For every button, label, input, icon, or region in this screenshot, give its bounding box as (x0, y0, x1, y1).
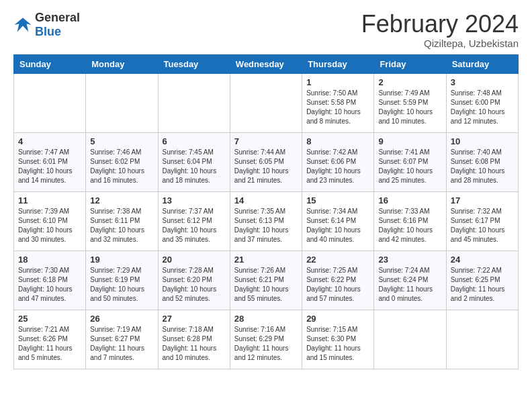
day-info: Sunrise: 7:29 AM Sunset: 6:19 PM Dayligh… (90, 266, 153, 304)
weekday-header: Monday (86, 54, 158, 73)
weekday-header: Tuesday (158, 54, 230, 73)
calendar-day-cell: 19Sunrise: 7:29 AM Sunset: 6:19 PM Dayli… (86, 250, 158, 310)
calendar-day-cell: 5Sunrise: 7:46 AM Sunset: 6:02 PM Daylig… (86, 132, 158, 191)
calendar-week-row: 11Sunrise: 7:39 AM Sunset: 6:10 PM Dayli… (14, 191, 519, 250)
calendar-day-cell: 12Sunrise: 7:38 AM Sunset: 6:11 PM Dayli… (86, 191, 158, 250)
day-info: Sunrise: 7:26 AM Sunset: 6:21 PM Dayligh… (234, 266, 298, 304)
day-info: Sunrise: 7:28 AM Sunset: 6:20 PM Dayligh… (163, 266, 226, 304)
title-area: February 2024 Qiziltepa, Uzbekistan (361, 11, 519, 49)
day-info: Sunrise: 7:41 AM Sunset: 6:07 PM Dayligh… (378, 148, 441, 185)
day-info: Sunrise: 7:42 AM Sunset: 6:06 PM Dayligh… (306, 148, 369, 185)
page-header: General Blue February 2024 Qiziltepa, Uz… (13, 11, 519, 49)
calendar-day-cell: 20Sunrise: 7:28 AM Sunset: 6:20 PM Dayli… (158, 250, 230, 310)
calendar-day-cell: 13Sunrise: 7:37 AM Sunset: 6:12 PM Dayli… (158, 191, 230, 250)
day-number: 22 (306, 255, 369, 265)
calendar-day-cell: 17Sunrise: 7:32 AM Sunset: 6:17 PM Dayli… (446, 191, 518, 250)
calendar-day-cell (86, 73, 158, 132)
day-info: Sunrise: 7:19 AM Sunset: 6:27 PM Dayligh… (90, 325, 153, 363)
day-number: 11 (18, 195, 81, 205)
calendar-day-cell: 21Sunrise: 7:26 AM Sunset: 6:21 PM Dayli… (230, 250, 302, 310)
day-info: Sunrise: 7:18 AM Sunset: 6:28 PM Dayligh… (163, 325, 226, 363)
calendar-day-cell: 1Sunrise: 7:50 AM Sunset: 5:58 PM Daylig… (302, 73, 374, 132)
month-year-title: February 2024 (361, 11, 519, 38)
day-info: Sunrise: 7:32 AM Sunset: 6:17 PM Dayligh… (451, 207, 514, 244)
calendar-day-cell: 23Sunrise: 7:24 AM Sunset: 6:24 PM Dayli… (374, 250, 446, 310)
calendar-day-cell: 4Sunrise: 7:47 AM Sunset: 6:01 PM Daylig… (14, 132, 86, 191)
day-number: 2 (378, 77, 441, 87)
day-info: Sunrise: 7:15 AM Sunset: 6:30 PM Dayligh… (306, 325, 369, 363)
day-number: 1 (306, 77, 369, 87)
day-number: 17 (451, 195, 514, 205)
calendar-week-row: 4Sunrise: 7:47 AM Sunset: 6:01 PM Daylig… (14, 132, 519, 191)
day-number: 10 (451, 136, 514, 146)
day-info: Sunrise: 7:45 AM Sunset: 6:04 PM Dayligh… (163, 148, 226, 185)
day-number: 12 (90, 195, 153, 205)
day-number: 24 (451, 255, 514, 265)
day-number: 28 (234, 314, 298, 324)
day-info: Sunrise: 7:37 AM Sunset: 6:12 PM Dayligh… (163, 207, 226, 244)
day-info: Sunrise: 7:49 AM Sunset: 5:59 PM Dayligh… (378, 89, 441, 126)
calendar-day-cell: 3Sunrise: 7:48 AM Sunset: 6:00 PM Daylig… (446, 73, 518, 132)
day-number: 14 (234, 195, 298, 205)
day-info: Sunrise: 7:39 AM Sunset: 6:10 PM Dayligh… (18, 207, 81, 244)
day-info: Sunrise: 7:16 AM Sunset: 6:29 PM Dayligh… (234, 325, 298, 363)
day-info: Sunrise: 7:25 AM Sunset: 6:22 PM Dayligh… (306, 266, 369, 304)
svg-marker-0 (14, 18, 31, 32)
day-number: 23 (378, 255, 441, 265)
day-info: Sunrise: 7:38 AM Sunset: 6:11 PM Dayligh… (90, 207, 153, 244)
day-info: Sunrise: 7:50 AM Sunset: 5:58 PM Dayligh… (306, 89, 369, 126)
day-info: Sunrise: 7:22 AM Sunset: 6:25 PM Dayligh… (451, 266, 514, 304)
calendar-day-cell: 25Sunrise: 7:21 AM Sunset: 6:26 PM Dayli… (14, 310, 86, 369)
day-info: Sunrise: 7:47 AM Sunset: 6:01 PM Dayligh… (18, 148, 81, 185)
day-info: Sunrise: 7:33 AM Sunset: 6:16 PM Dayligh… (378, 207, 441, 244)
calendar-day-cell (230, 73, 302, 132)
calendar-day-cell (374, 310, 446, 369)
calendar-day-cell (446, 310, 518, 369)
day-number: 18 (18, 255, 81, 265)
day-number: 21 (234, 255, 298, 265)
weekday-header: Wednesday (230, 54, 302, 73)
calendar-day-cell: 16Sunrise: 7:33 AM Sunset: 6:16 PM Dayli… (374, 191, 446, 250)
day-number: 29 (306, 314, 369, 324)
calendar-day-cell: 29Sunrise: 7:15 AM Sunset: 6:30 PM Dayli… (302, 310, 374, 369)
day-info: Sunrise: 7:40 AM Sunset: 6:08 PM Dayligh… (451, 148, 514, 185)
calendar-day-cell: 8Sunrise: 7:42 AM Sunset: 6:06 PM Daylig… (302, 132, 374, 191)
day-info: Sunrise: 7:30 AM Sunset: 6:18 PM Dayligh… (18, 266, 81, 304)
calendar-day-cell: 24Sunrise: 7:22 AM Sunset: 6:25 PM Dayli… (446, 250, 518, 310)
day-number: 3 (451, 77, 514, 87)
day-info: Sunrise: 7:46 AM Sunset: 6:02 PM Dayligh… (90, 148, 153, 185)
calendar-day-cell: 10Sunrise: 7:40 AM Sunset: 6:08 PM Dayli… (446, 132, 518, 191)
logo-blue: Blue (35, 25, 61, 38)
calendar-day-cell: 18Sunrise: 7:30 AM Sunset: 6:18 PM Dayli… (14, 250, 86, 310)
calendar-week-row: 18Sunrise: 7:30 AM Sunset: 6:18 PM Dayli… (14, 250, 519, 310)
calendar-day-cell: 2Sunrise: 7:49 AM Sunset: 5:59 PM Daylig… (374, 73, 446, 132)
calendar-day-cell: 7Sunrise: 7:44 AM Sunset: 6:05 PM Daylig… (230, 132, 302, 191)
day-info: Sunrise: 7:44 AM Sunset: 6:05 PM Dayligh… (234, 148, 298, 185)
calendar-day-cell: 27Sunrise: 7:18 AM Sunset: 6:28 PM Dayli… (158, 310, 230, 369)
logo-general: General (35, 11, 80, 24)
day-number: 15 (306, 195, 369, 205)
day-number: 6 (163, 136, 226, 146)
calendar-day-cell (158, 73, 230, 132)
day-number: 26 (90, 314, 153, 324)
day-number: 20 (163, 255, 226, 265)
calendar-day-cell: 11Sunrise: 7:39 AM Sunset: 6:10 PM Dayli… (14, 191, 86, 250)
logo-bird-icon (13, 15, 32, 34)
day-number: 5 (90, 136, 153, 146)
calendar-day-cell: 28Sunrise: 7:16 AM Sunset: 6:29 PM Dayli… (230, 310, 302, 369)
calendar-day-cell (14, 73, 86, 132)
location-subtitle: Qiziltepa, Uzbekistan (361, 38, 519, 49)
day-info: Sunrise: 7:21 AM Sunset: 6:26 PM Dayligh… (18, 325, 81, 363)
weekday-header: Sunday (14, 54, 86, 73)
logo-text: General Blue (35, 11, 80, 39)
day-number: 16 (378, 195, 441, 205)
day-number: 25 (18, 314, 81, 324)
day-info: Sunrise: 7:24 AM Sunset: 6:24 PM Dayligh… (378, 266, 441, 304)
day-info: Sunrise: 7:35 AM Sunset: 6:13 PM Dayligh… (234, 207, 298, 244)
calendar-day-cell: 22Sunrise: 7:25 AM Sunset: 6:22 PM Dayli… (302, 250, 374, 310)
day-number: 7 (234, 136, 298, 146)
day-number: 19 (90, 255, 153, 265)
day-number: 27 (163, 314, 226, 324)
day-number: 4 (18, 136, 81, 146)
day-number: 8 (306, 136, 369, 146)
